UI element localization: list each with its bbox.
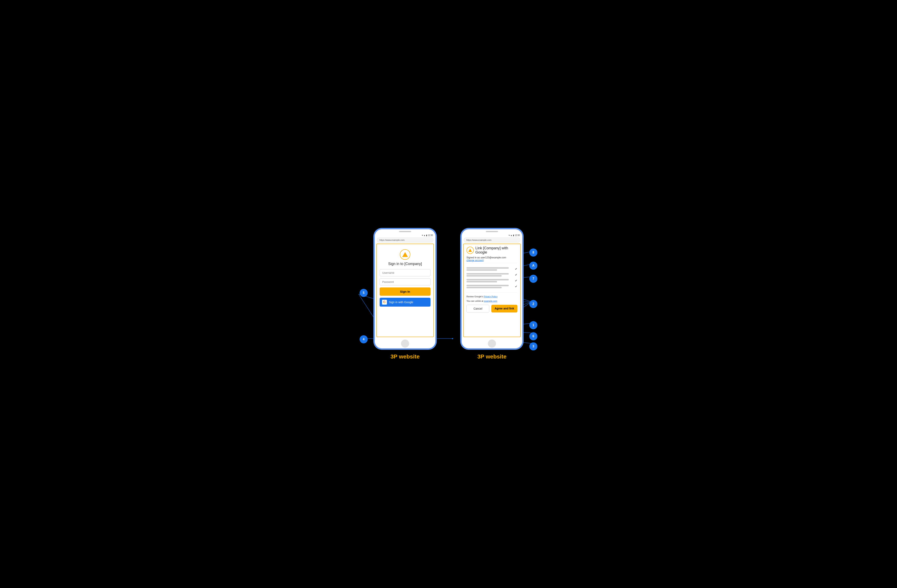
signin-title: Sign in to [Company] — [380, 262, 430, 266]
perm-line — [467, 275, 502, 276]
url-text-1: https://www.example.com — [380, 239, 405, 241]
home-button-2[interactable] — [488, 339, 496, 348]
perm-line — [467, 287, 502, 288]
battery-icon: ▮ — [426, 234, 427, 237]
url-text-2: https://www.example.com — [466, 239, 491, 241]
perm-row-4: ✔ — [467, 284, 517, 289]
perm-lines-2 — [467, 273, 513, 276]
wifi-icon-2: ▾ — [509, 234, 510, 237]
perm-row-2: ✔ — [467, 272, 517, 277]
phone2-inner: ▾ ▲ ▮ 12:30 https://www.example.com — [462, 229, 522, 348]
badge-1: 1 — [529, 321, 537, 329]
perm-line — [467, 281, 497, 283]
wifi-icon: ▾ — [422, 234, 423, 237]
perm-lines-1 — [467, 267, 513, 271]
badge-5: 5 — [360, 289, 368, 297]
password-field[interactable]: Password — [380, 278, 430, 286]
google-signin-button[interactable]: G Sign in with Google — [380, 298, 430, 307]
home-button-1[interactable] — [401, 339, 409, 348]
phone1-shell: ▾ ▲ ▮ 12:30 https://www.example.com — [374, 228, 436, 350]
badge-A: A — [529, 261, 537, 270]
permission-rows: ✔ ✔ — [467, 266, 517, 289]
phone1-screen-content: Sign in to [Company] Username Password S… — [377, 244, 434, 337]
url-bar-1[interactable]: https://www.example.com — [377, 238, 433, 243]
time-display-2: 12:30 — [515, 234, 520, 237]
diagram-container: 5 4 ▾ ▲ ▮ 12:30 — [327, 228, 570, 360]
time-display-1: 12:30 — [428, 234, 433, 237]
notch-2 — [486, 231, 498, 232]
signal-icon-2: ▲ — [510, 234, 512, 237]
divider-1 — [467, 263, 517, 263]
privacy-policy-link[interactable]: Privacy Policy — [484, 295, 497, 298]
badge-3: 3 — [529, 342, 537, 350]
chevron-4[interactable]: ✔ — [515, 285, 517, 288]
chevron-3[interactable]: ✔ — [515, 279, 517, 282]
badge-8: 8 — [529, 249, 537, 257]
phone1-inner: ▾ ▲ ▮ 12:30 https://www.example.com — [375, 229, 435, 348]
link-header: Link [Company] with Google — [467, 246, 517, 255]
google-g-icon: G — [383, 300, 386, 304]
status-icons-2: ▾ ▲ ▮ 12:30 — [509, 234, 520, 237]
perm-line — [467, 273, 509, 275]
phone2-screen-content: Link [Company] with Google Signed in as … — [463, 244, 520, 337]
perm-row-1: ✔ — [467, 266, 517, 272]
signed-in-text: Signed in as user123@example.com — [467, 256, 517, 259]
perm-lines-3 — [467, 279, 513, 283]
chevron-2[interactable]: ✔ — [515, 273, 517, 276]
unlink-link[interactable]: example.com — [484, 300, 497, 302]
policy-prefix: Review Google's — [467, 295, 484, 298]
battery-icon-2: ▮ — [513, 234, 514, 237]
sign-in-button[interactable]: Sign In — [380, 287, 430, 296]
link-title: Link [Company] with Google — [475, 246, 517, 255]
phone2-shell: ▾ ▲ ▮ 12:30 https://www.example.com — [461, 228, 523, 350]
perm-line — [467, 279, 509, 280]
google-icon-box: G — [382, 300, 387, 305]
svg-point-5 — [452, 338, 453, 339]
logo-circle-1 — [400, 249, 410, 260]
phones-row: 5 4 ▾ ▲ ▮ 12:30 — [327, 228, 570, 360]
unlink-prefix: You can unlink at — [467, 300, 484, 302]
phone2-label: 3P website — [478, 353, 507, 360]
phone1-wrapper: 5 4 ▾ ▲ ▮ 12:30 — [374, 228, 436, 360]
unlink-text: You can unlink at example.com — [467, 299, 517, 303]
username-field[interactable]: Username — [380, 269, 430, 276]
perm-line — [467, 267, 509, 269]
perm-line — [467, 269, 497, 271]
policy-text: Review Google's Privacy Policy — [467, 295, 517, 298]
signal-icon: ▲ — [424, 234, 426, 237]
perm-row-3: ✔ — [467, 278, 517, 283]
perm-lines-4 — [467, 285, 513, 288]
phone1-label: 3P website — [390, 353, 419, 360]
status-bar-2: ▾ ▲ ▮ 12:30 — [462, 233, 522, 237]
agree-link-button[interactable]: Agree and link — [491, 305, 517, 313]
btn-row: Cancel Agree and link — [467, 305, 517, 313]
badge-4: 4 — [360, 335, 368, 344]
phone2-wrapper: 8 A 7 2 1 6 3 — [461, 228, 523, 360]
badge-7: 7 — [529, 275, 537, 283]
google-button-label: Sign in with Google — [389, 301, 413, 304]
company-logo-1 — [380, 249, 430, 260]
perm-line — [467, 285, 509, 286]
logo-triangle-1 — [402, 252, 408, 257]
change-account-link[interactable]: change account — [467, 259, 517, 262]
badge-2: 2 — [529, 300, 537, 308]
badge-6: 6 — [529, 332, 537, 340]
status-bar-1: ▾ ▲ ▮ 12:30 — [375, 233, 435, 237]
chevron-1[interactable]: ✔ — [515, 267, 517, 270]
url-bar-2[interactable]: https://www.example.com — [464, 238, 520, 243]
logo-triangle-sm — [468, 249, 472, 252]
cancel-button[interactable]: Cancel — [467, 305, 489, 313]
status-icons-1: ▾ ▲ ▮ 12:30 — [422, 234, 433, 237]
notch — [399, 231, 411, 232]
logo-circle-sm — [467, 247, 474, 254]
